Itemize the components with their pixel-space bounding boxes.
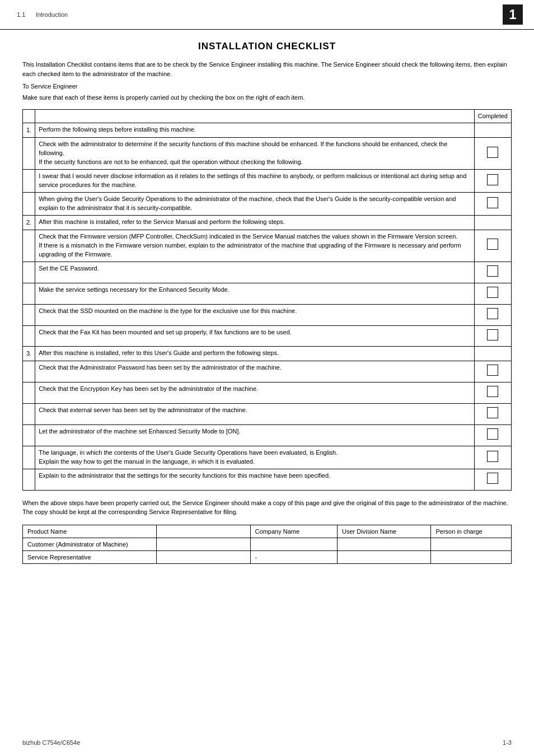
sub-num: [23, 283, 35, 304]
checkbox-icon[interactable]: [487, 197, 498, 208]
sub-num: [23, 304, 35, 325]
sub-3-2-text: Check that the Encryption Key has been s…: [35, 382, 475, 404]
footer-page-number: 1-3: [503, 739, 512, 746]
sub-1-3-checkbox: [474, 193, 511, 216]
table-row: The language, in which the contents of t…: [23, 446, 512, 469]
checkbox-icon[interactable]: [487, 386, 498, 397]
table-row: Set the CE Password.: [23, 262, 512, 283]
checkbox-icon[interactable]: [487, 174, 498, 185]
checkbox-icon[interactable]: [487, 451, 498, 462]
sub-num: [23, 325, 35, 347]
footer-product-name: bizhub C754e/C654e: [22, 739, 80, 746]
sub-3-3-checkbox: [474, 404, 511, 425]
sub-num: [23, 361, 35, 382]
step-num-2: 2.: [23, 215, 35, 230]
sub-3-2-checkbox: [474, 382, 511, 404]
service-rep-label: Service Representative: [23, 550, 157, 563]
customer-product-value: [157, 538, 250, 550]
table-row: 2. After this machine is installed, refe…: [23, 215, 512, 230]
table-row: Explain to the administrator that the se…: [23, 469, 512, 491]
sub-2-1-text: Check that the Firmware version (MFP Con…: [35, 230, 475, 262]
table-row: 1. Perform the following steps before in…: [23, 123, 512, 138]
checklist-table: Completed 1. Perform the following steps…: [22, 109, 512, 491]
customer-label: Customer (Administrator of Machine): [23, 538, 157, 550]
main-content: INSTALLATION CHECKLIST This Installation…: [0, 30, 534, 592]
sub-num: [23, 262, 35, 283]
step-num-3: 3.: [23, 347, 35, 361]
info-table-service-row: Service Representative -: [23, 550, 512, 563]
page-number-badge: 1: [503, 4, 523, 25]
sub-2-4-checkbox: [474, 304, 511, 325]
desc-header: [35, 109, 475, 123]
step-num-1: 1.: [23, 123, 35, 138]
page: 1.1 Introduction 1 INSTALLATION CHECKLIS…: [0, 0, 534, 756]
checkbox-icon[interactable]: [487, 407, 498, 418]
table-row: Check that the Firmware version (MFP Con…: [23, 230, 512, 262]
table-header-row: Completed: [23, 109, 512, 123]
checkbox-icon[interactable]: [487, 329, 498, 340]
sub-num: [23, 230, 35, 262]
customer-person-value: [431, 538, 512, 550]
sub-3-4-text: Let the administrator of the machine set…: [35, 425, 475, 446]
after-table-paragraph: When the above steps have been properly …: [22, 498, 512, 517]
sub-2-3-text: Make the service settings necessary for …: [35, 283, 475, 304]
table-row: Make the service settings necessary for …: [23, 283, 512, 304]
page-header: 1.1 Introduction 1: [0, 0, 534, 30]
sub-1-2-checkbox: [474, 170, 511, 193]
sub-1-1-text: Check with the administrator to determin…: [35, 138, 475, 170]
sub-2-4-text: Check that the SSD mounted on the machin…: [35, 304, 475, 325]
table-row: 3. After this machine is installed, refe…: [23, 347, 512, 361]
sub-3-5-checkbox: [474, 446, 511, 469]
service-product-value: [157, 550, 250, 563]
info-table-header-row: Product Name Company Name User Division …: [23, 525, 512, 538]
header-company-name: Company Name: [250, 525, 337, 538]
sub-num: [23, 193, 35, 216]
checkbox-icon[interactable]: [487, 308, 498, 319]
sub-2-1-checkbox: [474, 230, 511, 262]
sub-num: [23, 170, 35, 193]
header-user-division: User Division Name: [338, 525, 431, 538]
sub-num: [23, 382, 35, 404]
sub-num: [23, 446, 35, 469]
checkbox-icon[interactable]: [487, 287, 498, 298]
sub-num: [23, 404, 35, 425]
service-division-value: [338, 550, 431, 563]
section-title: Introduction: [36, 11, 68, 18]
service-company-value: -: [250, 550, 337, 563]
sub-1-3-text: When giving the User's Guide Security Op…: [35, 193, 475, 216]
table-row: I swear that I would never disclose info…: [23, 170, 512, 193]
sub-3-6-checkbox: [474, 469, 511, 491]
checkbox-icon[interactable]: [487, 239, 498, 250]
page-footer: bizhub C754e/C654e 1-3: [0, 739, 534, 746]
table-row: Check that the SSD mounted on the machin…: [23, 304, 512, 325]
checkbox-icon[interactable]: [487, 365, 498, 376]
intro-paragraph: This Installation Checklist contains ite…: [22, 60, 512, 78]
sub-2-5-checkbox: [474, 325, 511, 347]
checkbox-icon[interactable]: [487, 428, 498, 440]
completed-header: Completed: [474, 109, 511, 123]
step-1-completed: [474, 123, 511, 138]
sub-3-5-text: The language, in which the contents of t…: [35, 446, 475, 469]
sub-2-2-text: Set the CE Password.: [35, 262, 475, 283]
step-3-completed: [474, 347, 511, 361]
table-row: Check that the Administrator Password ha…: [23, 361, 512, 382]
make-sure-text: Make sure that each of these items is pr…: [22, 93, 512, 102]
table-row: Check with the administrator to determin…: [23, 138, 512, 170]
table-row: Check that the Encryption Key has been s…: [23, 382, 512, 404]
checkbox-icon[interactable]: [487, 473, 498, 484]
info-table-customer-row: Customer (Administrator of Machine): [23, 538, 512, 550]
to-engineer-label: To Service Engineer: [22, 83, 512, 90]
service-person-value: [431, 550, 512, 563]
checkbox-icon[interactable]: [487, 265, 498, 277]
sub-2-2-checkbox: [474, 262, 511, 283]
sub-2-5-text: Check that the Fax Kit has been mounted …: [35, 325, 475, 347]
header-product-name-value: [157, 525, 250, 538]
sub-1-2-text: I swear that I would never disclose info…: [35, 170, 475, 193]
sub-num: [23, 138, 35, 170]
checkbox-icon[interactable]: [487, 147, 498, 158]
sub-3-3-text: Check that external server has been set …: [35, 404, 475, 425]
sub-3-1-checkbox: [474, 361, 511, 382]
header-person-in-charge: Person in charge: [431, 525, 512, 538]
sub-num: [23, 469, 35, 491]
section-label: 1.1 Introduction: [17, 11, 68, 18]
